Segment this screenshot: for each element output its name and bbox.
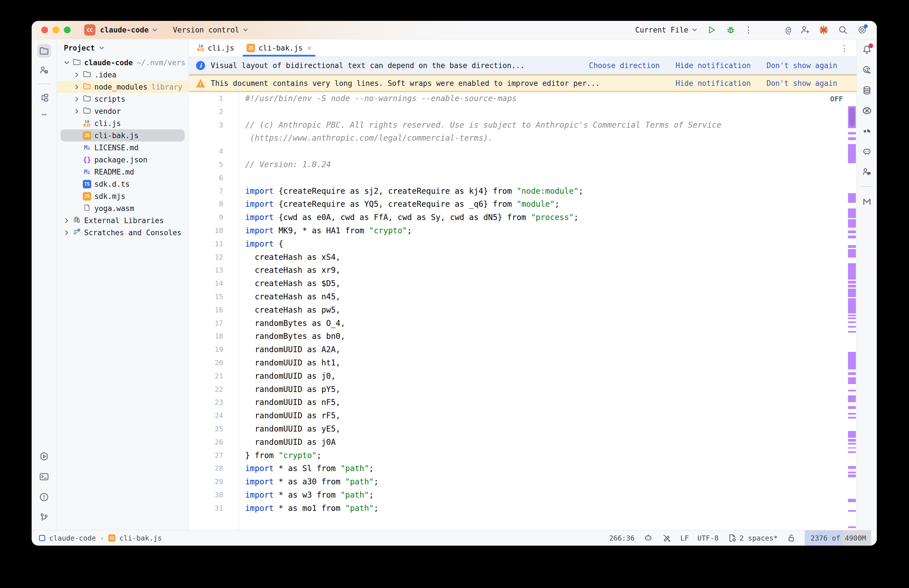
code-line-13[interactable]: 13 createHash as xr9, (189, 264, 856, 277)
puzzle-icon[interactable] (860, 124, 874, 138)
zoom-window-button[interactable] (64, 27, 71, 33)
tree-item-package-json[interactable]: {}package.json (57, 153, 188, 166)
ai-completion-badge[interactable]: OFF (830, 95, 843, 103)
database-icon[interactable] (860, 84, 874, 97)
code-line-23[interactable]: 23 randomUUID as nF5, (189, 396, 856, 409)
tree-item-yoga-wasm[interactable]: yoga.wasm (57, 202, 188, 214)
code-line-10[interactable]: 10import MK9, * as HA1 from "crypto"; (189, 224, 856, 237)
line-number[interactable]: 30 (189, 489, 238, 502)
breadcrumb-file[interactable]: cli-bak.js (119, 534, 162, 542)
line-number[interactable]: 12 (189, 251, 238, 264)
editor-scrollbar[interactable] (848, 92, 856, 530)
user-chat-icon[interactable] (860, 165, 874, 178)
code-line-18[interactable]: 18 randomBytes as bn0, (189, 330, 856, 343)
memory-indicator[interactable]: 2376 of 4900M (805, 530, 871, 546)
code-line-31[interactable]: 31import * as mo1 from "path"; (189, 502, 856, 515)
line-number[interactable]: 13 (189, 264, 238, 277)
tree-item-sdk-mjs[interactable]: JSsdk.mjs (57, 190, 188, 202)
line-number[interactable] (189, 132, 238, 145)
tree-item-claude-code[interactable]: claude-code~/.nvm/vers (57, 57, 188, 69)
minimize-window-button[interactable] (53, 27, 59, 33)
line-number[interactable]: 24 (189, 409, 238, 423)
line-number[interactable]: 16 (189, 304, 238, 317)
code-line-27[interactable]: 27} from "crypto"; (189, 449, 856, 462)
code-line-wrap[interactable]: (https://www.anthropic.com/legal/commerc… (189, 132, 856, 145)
more-vertical-icon[interactable]: ⋮ (744, 26, 753, 34)
code-line-16[interactable]: 16 createHash as pw5, (189, 304, 856, 317)
line-number[interactable]: 22 (189, 383, 238, 396)
line-number[interactable]: 28 (189, 462, 238, 475)
asterisk-icon[interactable] (818, 24, 829, 36)
code-line-20[interactable]: 20 randomUUID as ht1, (189, 356, 856, 370)
line-number[interactable]: 23 (189, 396, 238, 409)
line-number[interactable]: 14 (189, 277, 238, 290)
code-line-21[interactable]: 21 randomUUID as j0, (189, 370, 856, 383)
code-line-9[interactable]: 9import {cwd as e0A, cwd as FfA, cwd as … (189, 211, 856, 224)
code-line-1[interactable]: 1#!/usr/bin/env -S node --no-warnings --… (189, 92, 856, 105)
run-icon[interactable] (706, 24, 717, 36)
code-line-28[interactable]: 28import * as Sl from "path"; (189, 462, 856, 475)
code-line-8[interactable]: 8import {createRequire as YQ5, createReq… (189, 198, 856, 211)
line-number[interactable]: 8 (189, 198, 238, 211)
line-number[interactable]: 29 (189, 475, 238, 489)
copilot-icon[interactable] (643, 533, 653, 543)
banner-link-hide-notification[interactable]: Hide notification (675, 61, 751, 70)
tree-item-vendor[interactable]: vendor (57, 105, 188, 117)
code-line-12[interactable]: 12 createHash as xS4, (189, 251, 856, 264)
line-number[interactable]: 4 (189, 145, 238, 158)
caret-position[interactable]: 266:36 (609, 534, 635, 542)
line-number[interactable]: 1 (189, 92, 238, 105)
project-panel-header[interactable]: Project (57, 40, 188, 57)
git-branch-icon[interactable] (37, 510, 51, 524)
line-number[interactable]: 19 (189, 343, 238, 356)
x-circle-icon[interactable] (860, 104, 874, 118)
line-number[interactable]: 3 (189, 119, 238, 132)
tree-chevron[interactable] (72, 72, 82, 78)
code-line-24[interactable]: 24 randomUUID as rF5, (189, 409, 856, 423)
project-tool-button[interactable] (37, 44, 51, 58)
line-number[interactable]: 5 (189, 158, 238, 171)
indent-widget[interactable]: 2 spaces* (727, 533, 778, 543)
line-number[interactable]: 20 (189, 356, 238, 370)
terminal-icon[interactable] (37, 470, 51, 483)
line-number[interactable]: 10 (189, 224, 238, 237)
debug-icon[interactable] (725, 24, 736, 36)
line-number[interactable]: 18 (189, 330, 238, 343)
tree-item-scratches-and-consoles[interactable]: Scratches and Consoles (57, 226, 188, 239)
code-line-17[interactable]: 17 randomBytes as O_4, (189, 317, 856, 330)
tree-chevron[interactable] (61, 218, 72, 224)
tree-chevron[interactable] (61, 60, 72, 66)
line-number[interactable]: 17 (189, 317, 238, 330)
services-icon[interactable] (37, 450, 51, 463)
code-line-25[interactable]: 25 randomUUID as yE5, (189, 423, 856, 436)
tree-item-scripts[interactable]: scripts (57, 93, 188, 105)
code-line-14[interactable]: 14 createHash as $D5, (189, 277, 856, 290)
line-number[interactable]: 25 (189, 423, 238, 436)
close-tab-icon[interactable]: × (307, 44, 312, 52)
banner-link-don-t-show-again[interactable]: Don't show again (767, 79, 837, 87)
run-configuration-selector[interactable]: Current File (635, 26, 698, 34)
code-line-3[interactable]: 3// (c) Anthropic PBC. All rights reserv… (189, 119, 856, 132)
tree-item-cli-js[interactable]: 100JScli.js (57, 117, 188, 129)
tree-item--idea[interactable]: .idea (57, 69, 188, 81)
unlocked-icon[interactable] (786, 533, 796, 543)
users-help-icon[interactable]: ? (37, 63, 51, 77)
tree-item-node-modules[interactable]: node_moduleslibrary (57, 81, 188, 93)
ai-assistant-icon[interactable] (860, 63, 874, 77)
problems-icon[interactable] (37, 490, 51, 504)
notifications-bell-icon[interactable] (860, 43, 874, 57)
add-user-icon[interactable] (799, 24, 810, 36)
line-number[interactable]: 31 (189, 502, 238, 515)
tab-options-icon[interactable]: ⋮ (840, 40, 856, 57)
code-line-2[interactable]: 2 (189, 105, 856, 119)
tree-item-sdk-d-ts[interactable]: TSsdk.d.ts (57, 178, 188, 190)
line-number[interactable]: 15 (189, 290, 238, 304)
tree-chevron[interactable] (61, 229, 72, 236)
code-line-6[interactable]: 6 (189, 171, 856, 185)
settings-icon[interactable] (856, 24, 868, 36)
line-number[interactable]: 9 (189, 211, 238, 224)
code-line-22[interactable]: 22 randomUUID as pY5, (189, 383, 856, 396)
code-line-7[interactable]: 7import {createRequire as sj2, createReq… (189, 185, 856, 198)
code-line-29[interactable]: 29import * as a30 from "path"; (189, 475, 856, 489)
line-separator-widget[interactable]: LF (680, 534, 689, 542)
